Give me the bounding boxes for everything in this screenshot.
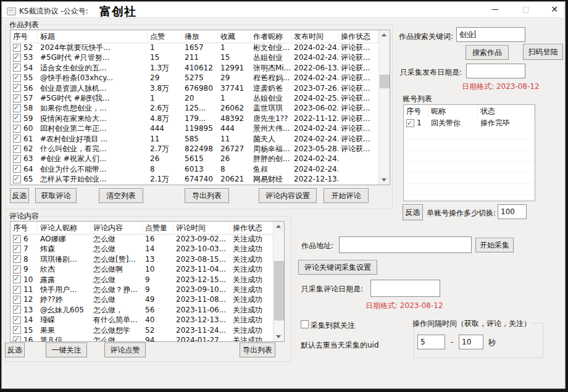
comments-scrollbar[interactable] — [273, 222, 284, 341]
comments-header-likes[interactable]: 点赞量 — [143, 222, 173, 234]
follow-all-button[interactable]: 一键关注 — [46, 343, 87, 357]
works-header-favs[interactable]: 收藏 — [218, 30, 251, 43]
scroll-up-icon[interactable] — [379, 30, 389, 40]
table-row[interactable]: 1 回关带你 操作完毕 — [404, 117, 535, 128]
table-row[interactable]: 14 瑾嵘 有什么简单... 40 2023-12-13... 关注成功 — [10, 315, 274, 325]
accounts-invert-button[interactable]: 反选 — [403, 204, 423, 220]
row-checkbox[interactable] — [13, 125, 21, 133]
row-checkbox[interactable] — [13, 275, 21, 283]
clear-list-button[interactable]: 清空列表 — [99, 188, 143, 203]
row-checkbox[interactable] — [13, 165, 21, 173]
comment-date-input[interactable] — [370, 280, 440, 297]
row-checkbox[interactable] — [13, 255, 21, 263]
row-checkbox[interactable] — [13, 74, 21, 82]
works-scrollbar[interactable] — [378, 30, 390, 185]
comments-scrollbar-thumb[interactable] — [274, 261, 284, 320]
start-comment-button[interactable]: 开始评论 — [324, 188, 369, 203]
works-header-date[interactable]: 发布时间 — [291, 30, 338, 43]
table-row[interactable]: 64 创业为什么不能带... 8 6013 8 鱼叔 2024-02-24... — [10, 164, 379, 174]
interval-max-input[interactable]: 10 — [459, 335, 483, 349]
table-row[interactable]: 61 #农村创业好项目 ... 11 585 11 菌夫人 2024-02-24… — [10, 134, 379, 144]
follow-on-collect-checkbox[interactable] — [301, 320, 309, 328]
account-switch-input[interactable]: 100 — [498, 204, 527, 219]
row-checkbox[interactable] — [406, 119, 414, 127]
row-checkbox[interactable] — [13, 104, 21, 112]
scroll-down-icon[interactable] — [379, 175, 389, 185]
fetch-comments-button[interactable]: 获取评论 — [35, 188, 77, 203]
works-header-author[interactable]: 作者昵称 — [251, 30, 291, 43]
comments-header-content[interactable]: 评论内容 — [91, 222, 143, 234]
table-row[interactable]: 59 疫情闲在家来给大... 4.8万 179... 48392 唐先生1?? … — [10, 114, 379, 123]
comments-header-nick[interactable]: 评论人昵称 — [38, 222, 91, 234]
table-row[interactable]: 8 琪琪播剧... 怎么做[赞]... 13 2023-08-15... 关注成… — [10, 254, 274, 264]
work-url-input[interactable] — [339, 236, 472, 253]
publish-date-input[interactable] — [466, 64, 525, 78]
works-invert-button[interactable]: 反选 — [10, 188, 29, 203]
row-checkbox[interactable] — [13, 155, 21, 163]
search-keyword-input[interactable]: 创业 — [456, 27, 525, 42]
table-row[interactable]: 63 #创业 #祝家人们... 26 5615 26 胖胖的创... 2024-… — [10, 154, 379, 164]
comments-header-time[interactable]: 评论时间 — [173, 222, 230, 234]
export-comments-button[interactable]: 导出列表 — [240, 343, 275, 357]
works-header-title[interactable]: 标题 — [38, 30, 148, 43]
row-checkbox[interactable] — [13, 245, 21, 253]
start-collect-button[interactable]: 开始采集 — [475, 238, 514, 252]
table-row[interactable]: 62 什么叫创业，看完... 2.7万 822498 26727 周杨幸福...… — [10, 144, 379, 154]
row-checkbox[interactable] — [13, 265, 21, 273]
row-checkbox[interactable] — [13, 44, 21, 52]
row-checkbox[interactable] — [13, 54, 21, 62]
table-row[interactable]: 7 炜森 怎么做 14 2023-10-03... 关注成功 — [10, 244, 274, 254]
table-row[interactable]: 13 @幺妹儿605 怎么做， 56 2023-11-06... 关注成功 — [10, 305, 274, 315]
accounts-header-nick[interactable]: 昵称 — [428, 105, 478, 117]
row-checkbox[interactable] — [13, 316, 21, 324]
table-row[interactable]: 54 适合女生创业的五... 1.3万 410612 12991 张明杰Mi..… — [10, 63, 379, 73]
works-header-id[interactable]: 序号 — [10, 30, 38, 43]
table-row[interactable]: 65 怎样从零开始创业... 2.1万 674740 20621 网易财经 20… — [10, 174, 379, 184]
table-row[interactable]: 55 @快手粉条(03xhcy... 29 5275 29 程爸程妈... 20… — [10, 73, 379, 83]
qr-login-button[interactable]: 扫码登陆 — [523, 44, 563, 60]
comments-header-status[interactable]: 操作状态 — [230, 222, 274, 234]
table-row[interactable]: 16 第凡信 怎么做 94 2024-01-27... 关注成功 — [10, 335, 274, 341]
row-checkbox[interactable] — [13, 326, 21, 334]
interval-min-input[interactable]: 5 — [417, 335, 445, 349]
table-row[interactable]: 57 #5G时代 #刷到我... 1 20 1 丛姐创业 2024-02-25.… — [10, 93, 379, 103]
works-header-likes[interactable]: 点赞 — [148, 30, 182, 43]
works-header-plays[interactable]: 播放 — [182, 30, 218, 43]
like-comments-button[interactable]: 评论点赞 — [104, 343, 146, 357]
row-checkbox[interactable] — [13, 94, 21, 102]
table-row[interactable]: 52 2024年就要玩快手... 1 1657 1 彬文创业... 2024-0… — [10, 43, 379, 52]
row-checkbox[interactable] — [13, 286, 21, 294]
table-row[interactable]: 56 创业是资源人脉机... 3.8万 676980 37741 逆袭奶爸 20… — [10, 83, 379, 93]
row-checkbox[interactable] — [13, 296, 21, 304]
table-row[interactable]: 6 AO娜娜 怎么做 16 2023-09-02... 关注成功 — [10, 234, 274, 244]
scroll-up-icon[interactable] — [274, 222, 283, 231]
works-scrollbar-thumb[interactable] — [380, 75, 390, 88]
row-checkbox[interactable] — [13, 84, 21, 92]
works-header-status[interactable]: 操作状态 — [338, 30, 378, 43]
close-button[interactable]: ✕ — [544, 2, 565, 17]
row-checkbox[interactable] — [13, 135, 21, 143]
table-row[interactable]: 10 露露 怎么做 9 2023-12-15... 关注成功 — [10, 275, 274, 285]
row-checkbox[interactable] — [13, 336, 21, 341]
table-row[interactable]: 60 回村创业第二年正... 444 119895 444 景州大伟... 20… — [10, 123, 379, 133]
comments-invert-button[interactable]: 反选 — [5, 343, 25, 357]
scroll-down-icon[interactable] — [274, 332, 283, 341]
table-row[interactable]: 12 婷??婷 怎么做 49 2023-11-08... 关注成功 — [10, 294, 274, 304]
table-row[interactable]: 15 果果 怎么做想学 52 2023-11-24... 关注成功 — [10, 325, 274, 335]
comments-header-id[interactable]: 序号 — [10, 222, 38, 234]
keyword-collect-settings-button[interactable]: 评论关键词采集设置 — [298, 260, 377, 275]
row-checkbox[interactable] — [13, 235, 21, 243]
accounts-header-status[interactable]: 状态 — [478, 105, 535, 117]
comment-settings-button[interactable]: 评论内容设置 — [259, 188, 317, 203]
accounts-header-id[interactable]: 序号 — [404, 105, 428, 117]
table-row[interactable]: 53 #5G时代 #只管努... 15 211 15 丛姐创业 2024-02-… — [10, 52, 379, 62]
row-checkbox[interactable] — [13, 64, 21, 72]
row-checkbox[interactable] — [13, 114, 21, 122]
row-checkbox[interactable] — [13, 145, 21, 153]
row-checkbox[interactable] — [13, 175, 21, 183]
table-row[interactable]: 11 快手用户... 怎么做？挣... 9 2023-09-10... 关注成功 — [10, 285, 274, 294]
table-row[interactable]: 9 欣杰 怎么做啊 10 2023-11-04... 关注成功 — [10, 264, 274, 274]
export-works-button[interactable]: 导出列表 — [185, 188, 229, 203]
search-works-button[interactable]: 搜索作品 — [466, 45, 509, 60]
table-row[interactable]: 58 如果你也想创业，... 2.6万 125... 26062 盖世琪琪 20… — [10, 103, 379, 113]
